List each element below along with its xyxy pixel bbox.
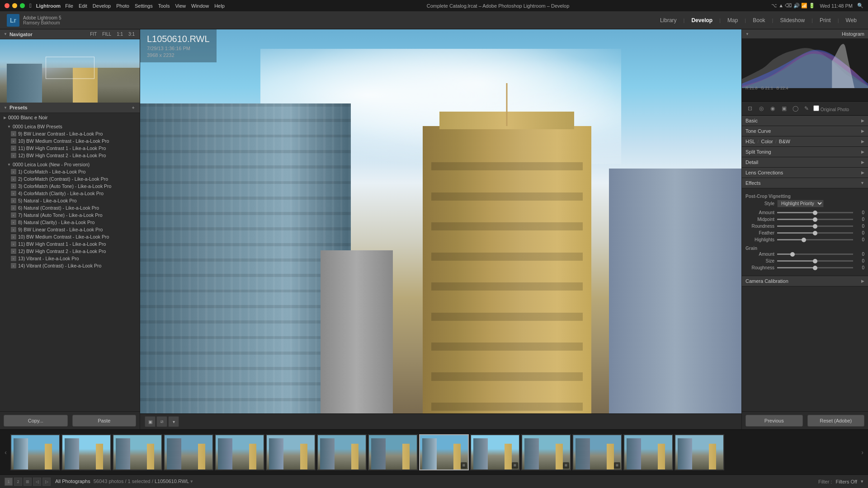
menu-help[interactable]: Help [214,3,225,9]
style-select[interactable]: Highlight Priority [777,200,824,207]
detail-section-header[interactable]: Detail ▶ [742,157,868,168]
view-btn-1[interactable]: 1 [5,478,13,486]
feather-slider[interactable] [777,232,853,234]
win-max-btn[interactable] [20,3,25,8]
presets-add-btn[interactable]: + [131,104,136,111]
tab-develop[interactable]: Develop [687,15,717,25]
navigator-preview[interactable] [0,39,140,103]
basic-section-header[interactable]: Basic ▶ [742,116,868,126]
adjustment-brush-icon[interactable]: ✎ [802,104,811,113]
highlights-slider[interactable] [777,239,853,240]
preset-item[interactable]: ▪2) ColorMatch (Contrast) - Like-a-Look … [0,175,140,183]
tone-curve-section-header[interactable]: Tone Curve ▶ [742,126,868,136]
preset-item[interactable]: ▪11) BW High Contrast 1 - Like-a-Look Pr… [0,240,140,248]
navigator-panel-header[interactable]: ▼ Navigator FIT FILL 1:1 3:1 [0,29,140,39]
preset-item[interactable]: ▪10) BW Medium Contrast - Like-a-Look Pr… [0,233,140,240]
preset-item[interactable]: ▪8) Natural (Clarity) - Like-a-Look Pro [0,219,140,226]
window-controls[interactable] [5,3,25,8]
amount-slider[interactable] [777,212,853,213]
highlights-thumb[interactable] [802,238,806,242]
view-back-btn[interactable]: ◁ [33,478,41,486]
preset-item[interactable]: ▪5) Natural - Like-a-Look Pro [0,197,140,204]
filter-value[interactable]: Filters Off [836,479,857,484]
radial-filter-icon[interactable]: ◯ [791,104,800,113]
tab-map[interactable]: Map [723,15,742,25]
film-thumb[interactable]: ⊞ [470,434,520,470]
view-dropdown-btn[interactable]: ▾ [168,416,179,427]
view-grid-btn[interactable]: ⊞ [24,478,32,486]
film-thumb[interactable]: ⊞ [521,434,571,470]
preset-item[interactable]: ▪ 12) BW High Contrast 2 - Like-a-Look P… [0,152,140,159]
film-thumb[interactable] [623,434,673,470]
grain-size-slider[interactable] [777,260,853,262]
filmstrip-next-btn[interactable]: › [859,430,866,474]
hsl-section-header[interactable]: HSL / Color / B&W ▶ [742,136,868,147]
film-thumb[interactable] [368,434,418,470]
copy-btn[interactable]: Copy... [4,415,68,427]
view-btn-2[interactable]: 2 [14,478,22,486]
effects-section-header[interactable]: Effects ▼ [742,178,868,188]
preset-item[interactable]: ▪ 11) BW High Contrast 1 - Like-a-Look P… [0,145,140,152]
original-photo-input[interactable] [813,105,819,111]
tab-print[interactable]: Print [815,15,835,25]
main-photo-view[interactable] [140,29,741,413]
view-compare-btn[interactable]: ⧄ [156,416,167,427]
preset-item[interactable]: ▪4) ColorMatch (Clarity) - Like-a-Look P… [0,190,140,197]
zoom-1-1-btn[interactable]: 1:1 [115,31,124,37]
filmstrip-prev-btn[interactable]: ‹ [2,430,9,474]
view-loupe-btn[interactable]: ▣ [145,416,156,427]
menu-settings[interactable]: Settings [135,3,153,9]
menu-file[interactable]: File [65,3,73,9]
preset-item[interactable]: ▪6) Natural (Contrast) - Like-a-Look Pro [0,204,140,211]
tab-slideshow[interactable]: Slideshow [775,15,809,25]
preset-item[interactable]: ▪3) ColorMatch (Auto Tone) - Like-a-Look… [0,183,140,190]
film-thumb[interactable] [215,434,264,470]
navigator-collapse-arrow[interactable]: ▼ [4,32,7,36]
roughness-thumb[interactable] [813,266,817,270]
menu-tools[interactable]: Tools [158,3,170,9]
film-thumb[interactable] [266,434,316,470]
win-min-btn[interactable] [12,3,17,8]
crop-icon[interactable]: ⊡ [745,104,755,113]
red-eye-icon[interactable]: ◉ [768,104,777,113]
menu-develop[interactable]: Develop [93,3,111,9]
film-thumb[interactable]: ⊞ [572,434,622,470]
search-icon[interactable]: 🔍 [857,3,863,9]
roughness-slider[interactable] [777,267,853,268]
menu-photo[interactable]: Photo [116,3,129,9]
film-thumb[interactable]: ⊞ [419,434,469,470]
film-thumb[interactable] [164,434,213,470]
previous-btn[interactable]: Previous [745,415,803,427]
histogram-header[interactable]: ▼ Histogram [742,29,868,38]
film-thumb[interactable] [113,434,162,470]
view-forward-btn[interactable]: ▷ [42,478,51,486]
win-close-btn[interactable] [5,3,9,8]
film-thumb[interactable] [10,434,60,470]
lens-corrections-section-header[interactable]: Lens Corrections ▶ [742,168,868,178]
tab-book[interactable]: Book [748,15,769,25]
original-photo-checkbox[interactable]: Original Photo [813,105,849,112]
feather-thumb[interactable] [813,231,817,235]
film-thumb[interactable] [675,434,724,470]
split-toning-section-header[interactable]: Split Toning ▶ [742,147,868,157]
preset-group-leica-bw-header[interactable]: ▼ 0000 Leica BW Presets [0,123,140,130]
preset-group-blanc-header[interactable]: ▶ 0000 Blanc e Noir [0,114,140,121]
camera-cal-section-header[interactable]: Camera Calibration ▶ [742,276,868,286]
menu-edit[interactable]: Edit [79,3,87,9]
midpoint-thumb[interactable] [813,217,817,222]
amount-thumb[interactable] [813,211,817,215]
preset-item[interactable]: ▪ 9) BW Linear Contrast - Like-a-Look Pr… [0,130,140,137]
film-thumb[interactable] [61,434,111,470]
presets-panel-header[interactable]: ▼ Presets + [0,103,140,113]
tab-web[interactable]: Web [841,15,861,25]
preset-item[interactable]: ▪7) Natural (Auto Tone) - Like-a-Look Pr… [0,211,140,219]
preset-item[interactable]: ▪9) BW Linear Contrast - Like-a-Look Pro [0,226,140,233]
filter-dropdown-icon[interactable]: ▾ [861,479,863,484]
midpoint-slider[interactable] [777,219,853,220]
menu-window[interactable]: Window [191,3,209,9]
grain-amount-thumb[interactable] [790,252,795,257]
tab-library[interactable]: Library [656,15,681,25]
grain-size-thumb[interactable] [813,259,817,263]
zoom-3-1-btn[interactable]: 3:1 [127,31,136,37]
preset-item[interactable]: ▪13) Vibrant - Like-a-Look Pro [0,255,140,262]
